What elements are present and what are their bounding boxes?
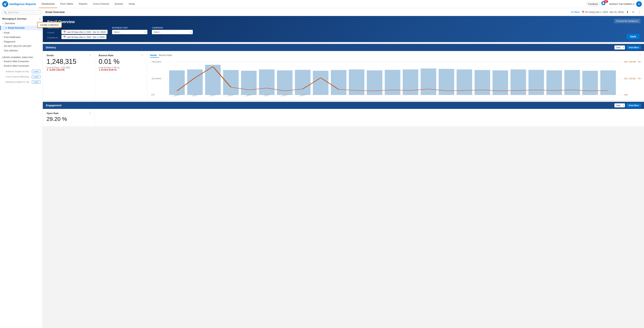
tab-reports[interactable]: Reports: [76, 0, 90, 8]
feedback-button[interactable]: Feedback: [586, 2, 600, 6]
nav-tabs: Dashboards Pivot Tables Reports Cross-Ch…: [39, 0, 586, 8]
svg-text:20K: 20K: [151, 78, 162, 80]
svg-rect-21: [313, 71, 328, 95]
push-notification-label: Push Notification: [4, 36, 21, 38]
engagement-daily-select-wrap[interactable]: Daily: [614, 103, 625, 108]
create-collection-tooltip[interactable]: Create Collection: [37, 22, 62, 28]
filters-label: Filters: [574, 11, 580, 14]
open-rate-card-header: Open Rate ▽: [46, 112, 91, 115]
sends-title: Sends: [46, 54, 54, 57]
dashboard-title: Email Overview: [47, 20, 640, 24]
campaign-select[interactable]: Select...: [152, 30, 193, 34]
notification-count: 99+: [604, 0, 608, 2]
engagement-view-more-button[interactable]: View More: [626, 103, 641, 108]
test-collection-header[interactable]: › Test collection: [0, 48, 42, 53]
svg-rect-19: [277, 70, 292, 95]
avatar[interactable]: U: [636, 1, 642, 7]
test-collection-label: Test collection: [4, 49, 18, 52]
app-title: Intelligence Reports: [9, 2, 36, 6]
filters-row: Send Date Current 📅 Last 30 Days (Dec 2,…: [47, 26, 640, 39]
compare-date-button[interactable]: 📅 Last 30 Days (Nov 2, 2022 - Dec 1, 202…: [62, 35, 106, 39]
svg-rect-33: [528, 70, 544, 95]
svg-rect-3: [603, 4, 604, 4]
sends-value: 1,248,315: [46, 58, 91, 65]
chart-filter-icon[interactable]: ▽: [640, 53, 642, 56]
bounce-filter-icon[interactable]: ▽: [142, 54, 143, 57]
send-date-filter-group: Send Date Current 📅 Last 30 Days (Dec 2,…: [47, 26, 108, 39]
svg-rect-16: [223, 70, 238, 95]
delivery-chart: 40K 20K 0 0.04 % 0.02 % 0: [150, 59, 641, 100]
playground-header[interactable]: › Playground: [0, 40, 42, 44]
learn-item-2-text: Marketing Insights for Sal...: [6, 81, 32, 83]
bounce-rate-compare: (Last 30 Days: 0.00 %): [99, 66, 143, 69]
notification-bell[interactable]: 99+: [602, 1, 607, 7]
edit-icon[interactable]: ✏: [631, 10, 635, 14]
svg-rect-13: [169, 70, 185, 95]
tab-cross-channel[interactable]: Cross-Channel: [90, 0, 112, 8]
chart-tab-sends[interactable]: Sends: [150, 53, 159, 58]
email-group-header[interactable]: › Email: [0, 30, 42, 35]
sidebar-item-email-overview[interactable]: ✦ Email Overview: [0, 26, 42, 30]
business-unit-select[interactable]: Select...: [112, 30, 148, 34]
engagement-section-right: Daily View More: [614, 103, 641, 108]
svg-rect-35: [564, 70, 580, 95]
sends-card-header: Sends ▽: [46, 54, 91, 57]
chart-tab-bounce-rate[interactable]: Bounce Rate: [159, 53, 174, 58]
learn-button-2[interactable]: Learn: [32, 80, 40, 84]
export-icon[interactable]: ⬆: [626, 10, 630, 14]
delivery-view-more-button[interactable]: View More: [626, 46, 641, 50]
open-rate-filter-icon[interactable]: ▽: [89, 112, 91, 115]
app-logo[interactable]: Intelligence Reports: [2, 1, 36, 7]
learn-item-1-arrow: ›: [4, 76, 5, 78]
learn-button-0[interactable]: Learn: [32, 70, 40, 73]
apply-button[interactable]: Apply: [627, 34, 640, 39]
email-web-conv2-header[interactable]: › Email to Web Conversion: [0, 64, 42, 68]
do-not-delete-header[interactable]: › DO NOT DELETE OR EDIT: [0, 44, 42, 48]
svg-rect-27: [421, 68, 436, 95]
svg-rect-32: [510, 70, 526, 95]
tab-setup[interactable]: Setup: [126, 0, 138, 8]
filter-icon: ⊟: [571, 11, 573, 14]
current-date-button[interactable]: 📅 Last 30 Days (Dec 2, 2022 - Dec 31, 20…: [62, 30, 108, 34]
email-web-conv1-label: Email to Web Conversion: [4, 60, 29, 63]
sends-metric-card: Sends ▽ 1,248,315 (Last 30 Days: 1,331,5…: [43, 51, 95, 100]
sidebar-search-area: 🔍 Quick Find: [0, 8, 42, 16]
business-unit-select-wrap[interactable]: Select...: [112, 30, 148, 34]
campaign-select-wrap[interactable]: Select...: [152, 30, 193, 34]
do-not-delete-arrow-icon: ›: [2, 45, 3, 47]
sub-header: Email Overview ⊟ Filters 📅 On Going (Jan…: [43, 8, 644, 16]
learn-item-0-text: Audience Insights for Adv...: [6, 70, 32, 72]
quick-find-input[interactable]: 🔍 Quick Find: [2, 10, 41, 15]
calendar-icon: 📅: [582, 11, 584, 14]
messaging-section-header[interactable]: Messaging & Journeys ▾: [0, 16, 42, 21]
tab-pivot-tables[interactable]: Pivot Tables: [58, 0, 76, 8]
tab-dashboards[interactable]: Dashboards: [39, 0, 57, 8]
delivery-daily-select-wrap[interactable]: Daily: [614, 46, 625, 50]
push-notification-header[interactable]: › Push Notification: [0, 35, 42, 40]
svg-rect-30: [474, 70, 490, 95]
sends-change: ▼ -6.25% (-83,278): [46, 69, 91, 71]
filters-button[interactable]: ⊟ Filters: [571, 11, 580, 14]
email-overview-label: Email Overview: [8, 26, 24, 29]
sub-header-actions: ⊟ Filters 📅 On Going (Jan 1, 2019 - Dec …: [571, 10, 642, 14]
org-selector[interactable]: Northern Trail Outfitters ▾: [609, 3, 634, 6]
svg-rect-18: [259, 70, 275, 95]
main-panel: Email Overview ⊟ Filters 📅 On Going (Jan…: [43, 8, 644, 328]
learn-button-1[interactable]: Learn: [32, 75, 40, 78]
business-unit-filter-group: Business Unit Select...: [112, 26, 148, 34]
sends-filter-icon[interactable]: ▽: [89, 54, 91, 57]
more-options-icon[interactable]: ⋮: [637, 10, 642, 14]
search-placeholder: Quick Find: [8, 11, 18, 14]
tab-queries[interactable]: Queries: [112, 0, 126, 8]
delivery-daily-select[interactable]: Daily: [614, 46, 625, 50]
email-web-conv1-header[interactable]: › Email to Web Conversion: [0, 59, 42, 64]
overviews-header[interactable]: ∨ Overviews: [0, 21, 42, 26]
push-arrow-icon: ›: [2, 36, 3, 38]
learn-item-1: › Cross-Channel Marketing ... Learn: [0, 74, 42, 79]
messaging-section-label: Messaging & Journeys: [2, 18, 26, 20]
engagement-daily-select[interactable]: Daily: [614, 103, 625, 108]
cal-icon-current: 📅: [63, 31, 66, 33]
delivery-title: Delivery: [46, 46, 56, 49]
learn-item-2: › Marketing Insights for Sal... Learn: [0, 79, 42, 84]
bounce-rate-change: ▲ 63.41% (0.00 %): [99, 69, 143, 71]
